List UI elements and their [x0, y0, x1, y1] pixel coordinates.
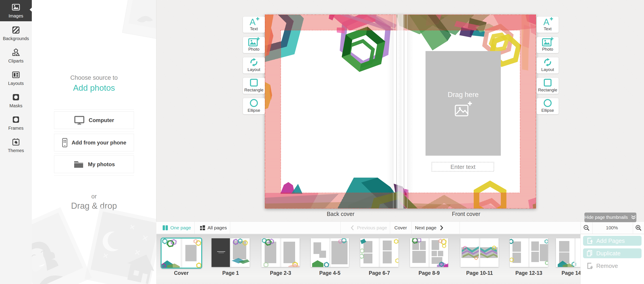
svg-text:A: A	[544, 17, 550, 26]
svg-text:Drag here: Drag here	[448, 91, 479, 99]
svg-text:A: A	[250, 17, 256, 26]
svg-text:Enter text: Enter text	[450, 164, 476, 170]
